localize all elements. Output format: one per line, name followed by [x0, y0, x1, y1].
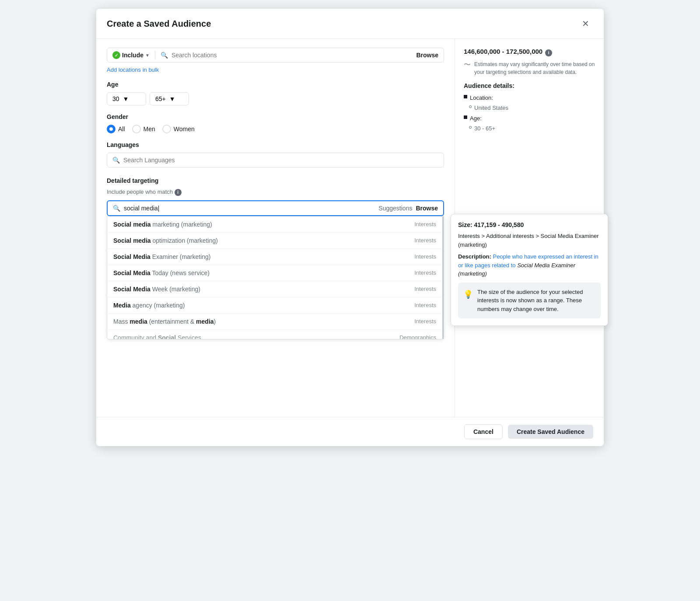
list-item[interactable]: Social Media Today (news service) Intere…: [107, 265, 442, 281]
age-from-select[interactable]: 30 ▼: [107, 92, 146, 105]
tooltip-path: Interests > Additional interests > Socia…: [458, 232, 601, 249]
create-saved-audience-button[interactable]: Create Saved Audience: [508, 425, 593, 439]
tooltip-info-text: The size of the audience for your select…: [477, 288, 595, 314]
suggestions-label: Suggestions: [378, 205, 412, 212]
bullet-square-icon: [464, 95, 467, 98]
search-icon: 🔍: [161, 52, 168, 59]
age-value: 30 - 65+: [474, 123, 495, 133]
search-icon: 🔍: [112, 157, 120, 164]
tooltip-size: Size: 417,159 - 490,580: [458, 221, 601, 228]
divider: [155, 51, 155, 59]
targeting-browse-button[interactable]: Browse: [416, 205, 438, 212]
include-button[interactable]: ✓ Include ▼: [112, 51, 150, 59]
chevron-down-icon: ▼: [169, 95, 175, 102]
audience-details-title: Audience details:: [464, 82, 595, 89]
age-detail-label: Age:: [470, 113, 482, 123]
bullet-circle-icon: [469, 105, 472, 108]
list-item[interactable]: Social media optimization (marketing) In…: [107, 233, 442, 249]
include-people-label: Include people who match i: [107, 189, 444, 196]
left-panel: ✓ Include ▼ 🔍 Browse Add locations in bu…: [96, 39, 455, 417]
location-detail-label: Location:: [470, 93, 493, 103]
modal-body: ✓ Include ▼ 🔍 Browse Add locations in bu…: [96, 39, 604, 417]
targeting-dropdown: Social media marketing (marketing) Inter…: [107, 216, 444, 339]
list-item[interactable]: Social Media Week (marketing) Interests: [107, 281, 442, 297]
detail-age-value: 30 - 65+: [464, 123, 595, 133]
detail-location-value: United States: [464, 103, 595, 113]
targeting-search-input[interactable]: [124, 205, 375, 212]
tooltip-info-box: 💡 The size of the audience for your sele…: [458, 283, 601, 319]
radio-women: [162, 125, 171, 133]
list-item[interactable]: Social media marketing (marketing) Inter…: [107, 217, 442, 233]
radio-men: [132, 125, 141, 133]
tooltip-description: Description: People who have expressed a…: [458, 252, 601, 278]
dropdown-scroll-area: Social media marketing (marketing) Inter…: [107, 217, 444, 339]
right-panel: 146,600,000 - 172,500,000 i 〜 Estimates …: [455, 39, 604, 417]
list-item[interactable]: Media agency (marketing) Interests: [107, 297, 442, 314]
info-icon[interactable]: i: [175, 189, 182, 196]
gender-all-label: All: [118, 126, 125, 133]
bullet-circle-icon: [469, 126, 472, 129]
modal-footer: Cancel Create Saved Audience: [96, 417, 604, 446]
list-item[interactable]: Mass media (entertainment & media) Inter…: [107, 314, 442, 330]
interest-tooltip-popup: Size: 417,159 - 490,580 Interests > Addi…: [451, 214, 608, 326]
close-button[interactable]: ✕: [578, 16, 593, 31]
cancel-button[interactable]: Cancel: [464, 424, 503, 439]
shield-icon: ✓: [112, 51, 120, 59]
audience-size-row: 146,600,000 - 172,500,000 i 〜 Estimates …: [464, 48, 595, 76]
chevron-down-icon: ▼: [123, 95, 129, 102]
list-item[interactable]: Social Media Examiner (marketing) Intere…: [107, 249, 442, 265]
languages-search-input[interactable]: [123, 157, 438, 164]
gender-women-label: Women: [174, 126, 195, 133]
location-search-input[interactable]: [172, 52, 413, 59]
audience-size-range: 146,600,000 - 172,500,000: [464, 48, 542, 55]
location-value: United States: [474, 103, 508, 113]
lightbulb-icon: 💡: [463, 289, 473, 300]
location-browse-button[interactable]: Browse: [416, 52, 438, 59]
targeting-search-box: 🔍 Suggestions Browse: [107, 200, 444, 216]
gender-row: All Men Women: [107, 125, 444, 133]
bullet-square-icon: [464, 115, 467, 119]
gender-option-men[interactable]: Men: [132, 125, 155, 133]
search-icon: 🔍: [113, 205, 120, 212]
radio-all: [107, 125, 116, 133]
age-to-select[interactable]: 65+ ▼: [150, 92, 189, 105]
gender-option-all[interactable]: All: [107, 125, 125, 133]
age-label: Age: [107, 81, 444, 88]
languages-search-box: 🔍: [107, 153, 444, 168]
age-to-value: 65+: [155, 95, 166, 102]
wave-icon: 〜: [464, 60, 471, 70]
modal-header: Create a Saved Audience ✕: [96, 9, 604, 39]
list-item[interactable]: Community and Social Services Demographi…: [107, 330, 442, 339]
include-label: Include: [122, 52, 144, 59]
close-icon: ✕: [582, 18, 589, 29]
modal: Create a Saved Audience ✕ ✓ Include ▼ 🔍 …: [96, 9, 604, 446]
modal-title: Create a Saved Audience: [107, 19, 211, 29]
age-from-value: 30: [112, 95, 119, 102]
location-row: ✓ Include ▼ 🔍 Browse: [107, 48, 444, 63]
gender-option-women[interactable]: Women: [162, 125, 195, 133]
detail-location-item: Location:: [464, 93, 595, 103]
estimate-note: Estimates may vary significantly over ti…: [474, 60, 595, 76]
age-row: 30 ▼ 65+ ▼: [107, 92, 444, 105]
detailed-targeting-label: Detailed targeting: [107, 177, 444, 184]
add-locations-bulk-link[interactable]: Add locations in bulk: [107, 66, 159, 73]
gender-label: Gender: [107, 113, 444, 120]
chevron-down-icon: ▼: [145, 53, 150, 58]
languages-label: Languages: [107, 141, 444, 148]
detail-age-item: Age:: [464, 113, 595, 123]
audience-size-info-icon[interactable]: i: [545, 49, 552, 56]
audience-details-list: Location: United States Age: 30 - 65+: [464, 93, 595, 134]
gender-men-label: Men: [144, 126, 155, 133]
